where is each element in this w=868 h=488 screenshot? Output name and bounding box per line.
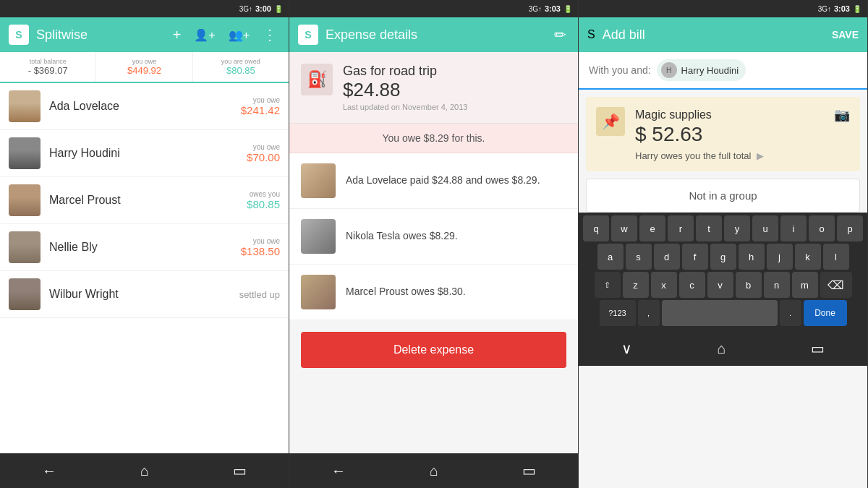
key-h[interactable]: h: [739, 244, 765, 270]
recents-button-2[interactable]: ▭: [508, 456, 550, 485]
contact-item-marcel[interactable]: Marcel Proust owes you $80.85: [0, 177, 289, 224]
home-button-1[interactable]: ⌂: [126, 457, 163, 485]
keyboard: q w e r t y u i o p a s d f g h j k l ⇧ …: [579, 213, 867, 331]
participant-nikola: Nikola Tesla owes $8.29.: [289, 209, 578, 265]
key-u[interactable]: u: [752, 215, 778, 241]
you-are-owed-label: you are owed: [200, 58, 281, 65]
app-title-2: Expense details: [326, 27, 544, 43]
nav-bar-2: ← ⌂ ▭: [289, 453, 578, 488]
nav-bar-3: ∨ ⌂ ▭: [579, 331, 867, 366]
key-n[interactable]: n: [764, 272, 790, 298]
contact-list: Ada Lovelace you owe $241.42 Harry Houdi…: [0, 83, 289, 453]
add-bill-bar: S Add bill SAVE: [579, 17, 867, 52]
app-bar-2: S Expense details ✏: [289, 17, 578, 52]
contact-item-nellie[interactable]: Nellie Bly you owe $138.50: [0, 224, 289, 271]
delete-expense-button[interactable]: Delete expense: [301, 332, 566, 368]
nellie-balance-label: you owe: [241, 237, 280, 245]
key-m[interactable]: m: [792, 272, 818, 298]
avatar-wilbur: [9, 278, 41, 310]
key-v[interactable]: v: [707, 272, 733, 298]
key-delete[interactable]: ⌫: [820, 272, 852, 298]
contact-balance-wilbur: settled up: [239, 289, 280, 300]
key-period[interactable]: .: [780, 300, 801, 326]
contact-name-marcel: Marcel Proust: [49, 194, 238, 207]
key-c[interactable]: c: [679, 272, 705, 298]
key-symbols[interactable]: ?123: [600, 300, 636, 326]
camera-icon[interactable]: 📷: [834, 107, 850, 123]
expense-info: Gas for road trip $24.88 Last updated on…: [343, 64, 467, 111]
participant-avatar-marcel-p2: [301, 275, 336, 309]
contact-name-ada: Ada Lovelace: [49, 100, 232, 113]
key-w[interactable]: w: [611, 215, 637, 241]
key-f[interactable]: f: [682, 244, 708, 270]
edit-expense-button[interactable]: ✏: [551, 23, 569, 46]
key-q[interactable]: q: [583, 215, 609, 241]
contact-item-wilbur[interactable]: Wilbur Wright settled up: [0, 271, 289, 318]
key-g[interactable]: g: [710, 244, 736, 270]
save-bill-button[interactable]: SAVE: [832, 29, 859, 40]
home-button-3[interactable]: ⌂: [702, 335, 740, 363]
nav-bar-1: ← ⌂ ▭: [0, 453, 289, 488]
key-l[interactable]: l: [823, 244, 849, 270]
key-b[interactable]: b: [736, 272, 762, 298]
key-p[interactable]: p: [837, 215, 863, 241]
contact-name-nellie: Nellie Bly: [49, 241, 232, 254]
key-done[interactable]: Done: [804, 300, 847, 326]
group-selector[interactable]: Not in a group: [586, 179, 860, 213]
expense-amount: $24.88: [343, 79, 467, 101]
with-you-label: With you and:: [589, 64, 651, 76]
contact-balance-harry: you owe $70.00: [247, 143, 280, 163]
menu-button[interactable]: ⋮: [260, 23, 280, 46]
back-button-2[interactable]: ←: [317, 457, 360, 485]
avatar-marcel: [9, 184, 41, 216]
key-a[interactable]: a: [597, 244, 624, 270]
key-e[interactable]: e: [639, 215, 665, 241]
bill-name-row: Magic supplies 📷: [635, 107, 850, 123]
bill-expense-card: 📌 Magic supplies 📷 $ 52.63 Harry owes yo…: [586, 97, 860, 171]
kb-row-3: ⇧ z x c v b n m ⌫: [580, 272, 866, 298]
expense-content: ⛽ Gas for road trip $24.88 Last updated …: [289, 52, 578, 453]
balance-bar: total balance - $369.07 you owe $449.92 …: [0, 52, 289, 83]
add-friend-button[interactable]: 👤+: [191, 25, 218, 45]
bill-details: Magic supplies 📷 $ 52.63 Harry owes you …: [635, 107, 850, 161]
contact-item-harry[interactable]: Harry Houdini you owe $70.00: [0, 130, 289, 177]
recents-button-3[interactable]: ▭: [796, 334, 839, 363]
status-bar-1: 3G↑ 3:00 🔋: [0, 0, 289, 17]
battery-1: 🔋: [274, 5, 283, 13]
ada-balance-amount: $241.42: [241, 104, 280, 116]
key-r[interactable]: r: [668, 215, 694, 241]
signal-3: 3G↑: [818, 5, 831, 13]
add-group-button[interactable]: 👥+: [226, 25, 252, 45]
add-expense-button[interactable]: +: [170, 24, 184, 46]
home-button-2[interactable]: ⌂: [415, 457, 453, 485]
key-k[interactable]: k: [795, 244, 821, 270]
person-chip[interactable]: H Harry Houdini: [657, 59, 746, 81]
key-o[interactable]: o: [809, 215, 835, 241]
key-i[interactable]: i: [780, 215, 807, 241]
key-shift[interactable]: ⇧: [595, 272, 621, 298]
bill-category-icon: 📌: [596, 107, 625, 136]
key-t[interactable]: t: [696, 215, 722, 241]
recents-button-1[interactable]: ▭: [218, 456, 261, 485]
panel-splitwise: 3G↑ 3:00 🔋 S Splitwise + 👤+ 👥+ ⋮ total b…: [0, 0, 289, 488]
with-you-row: With you and: H Harry Houdini: [579, 52, 867, 90]
participant-avatar-ada: [301, 163, 336, 198]
time-1: 3:00: [255, 4, 271, 13]
key-j[interactable]: j: [767, 244, 793, 270]
back-button-1[interactable]: ←: [27, 457, 71, 485]
key-y[interactable]: y: [724, 215, 750, 241]
panel-add-bill: 3G↑ 3:03 🔋 S Add bill SAVE With you and:…: [579, 0, 868, 488]
expense-title: Gas for road trip: [343, 64, 467, 79]
key-comma[interactable]: ,: [638, 300, 660, 326]
wilbur-settled: settled up: [239, 289, 280, 300]
key-d[interactable]: d: [654, 244, 680, 270]
key-space[interactable]: [662, 300, 778, 326]
key-x[interactable]: x: [651, 272, 677, 298]
down-button-3[interactable]: ∨: [607, 334, 647, 363]
participant-ada: Ada Lovelace paid $24.88 and owes $8.29.: [289, 153, 578, 209]
you-owe-label: you owe: [103, 58, 184, 65]
key-s[interactable]: s: [626, 244, 652, 270]
key-z[interactable]: z: [623, 272, 649, 298]
you-are-owed-balance: you are owed $80.85: [193, 52, 289, 82]
contact-item-ada[interactable]: Ada Lovelace you owe $241.42: [0, 83, 289, 130]
